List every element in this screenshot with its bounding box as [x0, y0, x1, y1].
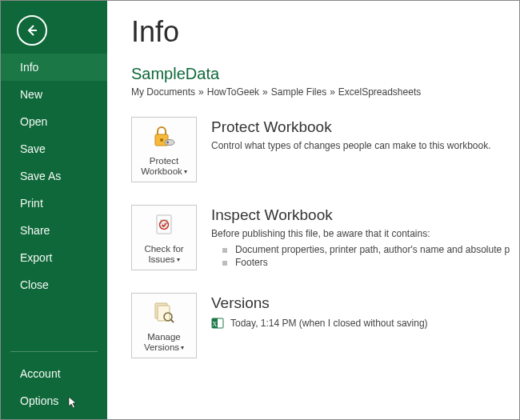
sidebar-item-info[interactable]: Info — [1, 54, 107, 81]
svg-rect-5 — [157, 215, 171, 234]
version-entry[interactable]: X Today, 1:14 PM (when I closed without … — [211, 317, 510, 330]
inspect-list-item: Footers — [222, 257, 510, 268]
chevron-down-icon: ▾ — [177, 256, 180, 263]
document-name: SampleData — [131, 65, 510, 83]
svg-line-13 — [171, 319, 174, 322]
check-for-issues-button[interactable]: Check for Issues▾ — [131, 205, 197, 270]
backstage-sidebar: Info New Open Save Save As Print Share E… — [1, 1, 107, 419]
document-stack-icon — [150, 294, 178, 332]
chevron-down-icon: ▾ — [184, 168, 187, 175]
document-check-icon — [150, 206, 178, 244]
sidebar-item-account[interactable]: Account — [1, 360, 107, 387]
protect-desc: Control what types of changes people can… — [211, 139, 510, 153]
svg-text:X: X — [212, 320, 217, 328]
versions-body: Versions X Today, 1:14 PM (when I closed… — [211, 293, 510, 358]
excel-file-icon: X — [211, 317, 224, 330]
sidebar-item-close[interactable]: Close — [1, 271, 107, 298]
sidebar-item-share[interactable]: Share — [1, 217, 107, 244]
lock-icon — [150, 118, 178, 156]
breadcrumb-part[interactable]: HowToGeek — [207, 86, 259, 98]
sidebar-item-new[interactable]: New — [1, 81, 107, 108]
chevron-down-icon: ▾ — [181, 344, 184, 351]
svg-point-2 — [160, 138, 163, 142]
inspect-list: Document properties, printer path, autho… — [211, 244, 510, 268]
arrow-left-icon — [24, 22, 40, 38]
sidebar-item-save-as[interactable]: Save As — [1, 162, 107, 190]
protect-workbook-button[interactable]: Protect Workbook▾ — [131, 117, 197, 182]
sidebar-divider — [10, 351, 98, 352]
breadcrumb-part[interactable]: ExcelSpreadsheets — [338, 86, 421, 98]
button-label: Manage Versions▾ — [144, 332, 184, 353]
versions-title: Versions — [211, 294, 510, 312]
protect-section: Protect Workbook▾ Protect Workbook Contr… — [131, 117, 510, 182]
manage-versions-button[interactable]: Manage Versions▾ — [131, 293, 197, 358]
breadcrumb-sep: » — [330, 86, 335, 98]
sidebar-item-print[interactable]: Print — [1, 190, 107, 217]
breadcrumb-part[interactable]: My Documents — [131, 86, 195, 98]
inspect-title: Inspect Workbook — [211, 206, 510, 224]
sidebar-item-export[interactable]: Export — [1, 244, 107, 271]
protect-body: Protect Workbook Control what types of c… — [211, 117, 510, 182]
back-button[interactable] — [17, 15, 47, 46]
version-text: Today, 1:14 PM (when I closed without sa… — [230, 318, 428, 329]
button-label: Check for Issues▾ — [144, 244, 183, 265]
inspect-section: Check for Issues▾ Inspect Workbook Befor… — [131, 205, 510, 270]
button-label: Protect Workbook▾ — [141, 156, 187, 177]
breadcrumb-part[interactable]: Sample Files — [271, 86, 326, 98]
svg-point-3 — [165, 139, 174, 145]
inspect-list-item: Document properties, printer path, autho… — [222, 244, 510, 255]
sidebar-item-save[interactable]: Save — [1, 135, 107, 162]
sidebar-item-open[interactable]: Open — [1, 108, 107, 135]
page-title: Info — [131, 15, 510, 49]
breadcrumb-sep: » — [262, 86, 268, 98]
versions-section: Manage Versions▾ Versions X Today, 1:14 … — [131, 293, 510, 358]
inspect-body: Inspect Workbook Before publishing this … — [211, 205, 510, 270]
svg-point-4 — [166, 141, 169, 143]
main-panel: Info SampleData My Documents»HowToGeek»S… — [107, 1, 520, 419]
breadcrumb-sep: » — [198, 86, 204, 98]
inspect-desc: Before publishing this file, be aware th… — [211, 227, 510, 241]
breadcrumb[interactable]: My Documents»HowToGeek»Sample Files»Exce… — [131, 86, 510, 98]
protect-title: Protect Workbook — [211, 118, 510, 136]
sidebar-menu: Info New Open Save Save As Print Share E… — [1, 54, 107, 298]
sidebar-bottom: Account Options — [1, 343, 107, 414]
sidebar-item-options[interactable]: Options — [1, 387, 107, 414]
